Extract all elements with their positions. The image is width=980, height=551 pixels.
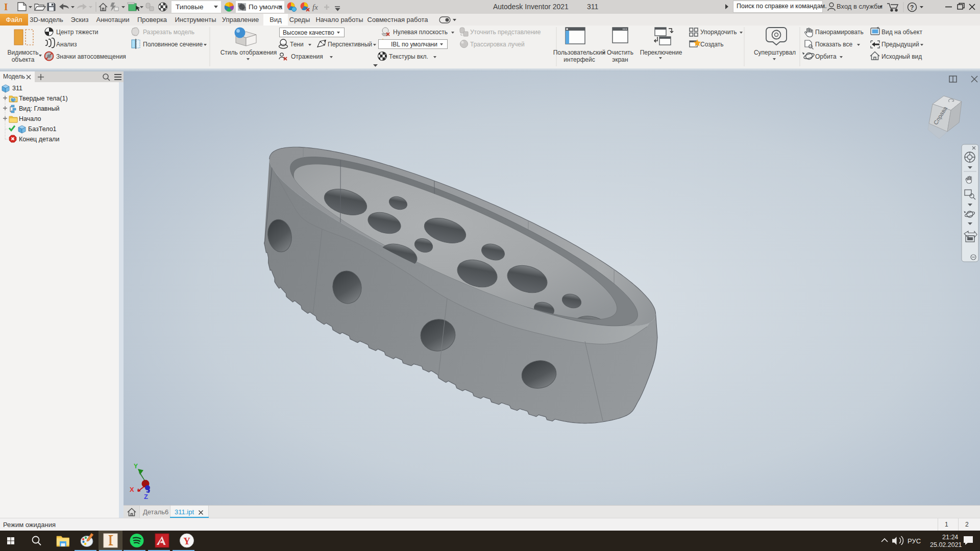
svg-text:?: ? — [910, 4, 914, 11]
svg-text:РУС: РУС — [908, 537, 921, 545]
svg-text:21:24: 21:24 — [942, 534, 958, 541]
svg-text:I: I — [4, 2, 8, 12]
svg-text:fx: fx — [312, 3, 318, 11]
svg-text:Y: Y — [134, 463, 138, 470]
svg-text:X: X — [130, 486, 134, 493]
svg-text:Y: Y — [183, 536, 190, 546]
svg-text:25.02.2021: 25.02.2021 — [930, 541, 962, 548]
svg-text:По умолча: По умолча — [249, 3, 283, 11]
svg-text:Типовые: Типовые — [176, 3, 203, 11]
svg-text:Z: Z — [144, 493, 148, 500]
